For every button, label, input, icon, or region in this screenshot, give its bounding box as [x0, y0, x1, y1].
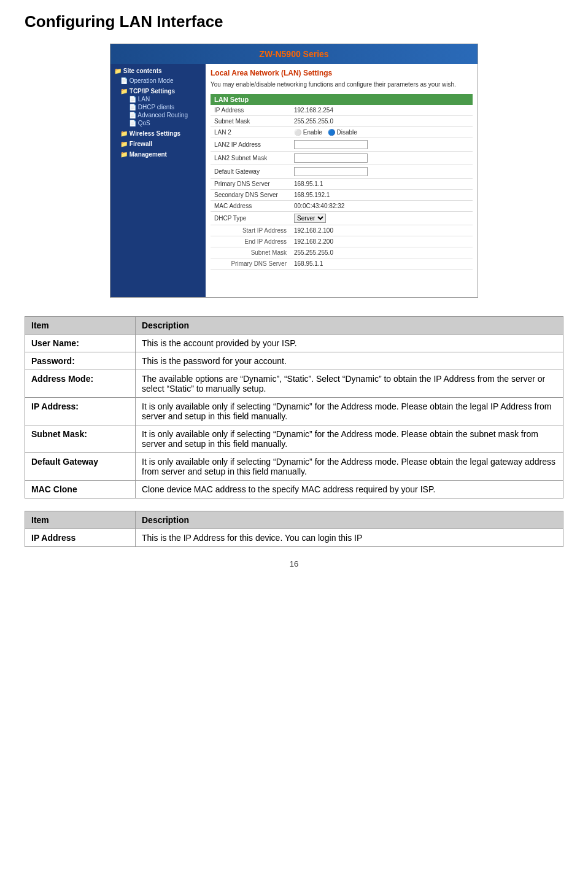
desc-cell: This is the IP Address for this device. …: [136, 529, 563, 547]
field-label: Subnet Mask: [211, 247, 290, 258]
sidebar-item-qos: 📄 QoS: [129, 119, 202, 127]
table-row: Primary DNS Server 168.95.1.1: [211, 258, 473, 270]
item-cell: IP Address:: [25, 398, 136, 425]
table-row: IP Address 192.168.2.254: [211, 105, 473, 116]
folder-icon: 📁: [114, 68, 122, 74]
sidebar-item-advanced-routing: 📄 Advanced Routing: [129, 111, 202, 119]
page-icon: 📄: [129, 104, 136, 111]
field-label: LAN 2: [211, 127, 290, 138]
field-value: 00:0C:43:40:82:32: [290, 201, 473, 212]
lan-settings-table: IP Address 192.168.2.254 Subnet Mask 255…: [211, 105, 473, 270]
table-row: LAN2 Subnet Mask: [211, 152, 473, 165]
item-cell: Default Gateway: [25, 453, 136, 481]
field-label: Primary DNS Server: [211, 258, 290, 270]
table-row: Subnet Mask 255.255.255.0: [211, 116, 473, 127]
item-cell: Address Mode:: [25, 370, 136, 398]
folder-icon: 📁: [120, 141, 128, 147]
table-row: MAC Address 00:0C:43:40:82:32: [211, 201, 473, 212]
field-label: MAC Address: [211, 201, 290, 212]
table-row: Start IP Address 192.168.2.100: [211, 225, 473, 236]
lan2-ip-input[interactable]: [294, 140, 368, 149]
page-icon: 📄: [129, 96, 136, 103]
item-cell: MAC Clone: [25, 481, 136, 498]
field-label: Secondary DNS Server: [211, 190, 290, 201]
desc-cell: This is the account provided by your ISP…: [136, 335, 563, 352]
field-label: Subnet Mask: [211, 116, 290, 127]
router-body: 📁 Site contents 📄 Operation Mode 📁 TCP/I…: [110, 64, 478, 297]
sidebar-item-dhcp: 📄 DHCP clients: [129, 103, 202, 111]
desc-cell: The available options are “Dynamic”, “St…: [136, 370, 563, 398]
field-label: LAN2 Subnet Mask: [211, 152, 290, 165]
field-label: End IP Address: [211, 236, 290, 247]
table-row: LAN 2 ⚪ Enable 🔵 Disable: [211, 127, 473, 138]
table-row: Primary DNS Server 168.95.1.1: [211, 179, 473, 190]
page-icon: 📄: [120, 77, 128, 84]
page-number: 16: [25, 559, 563, 568]
table-row: MAC Clone Clone device MAC address to th…: [25, 481, 563, 498]
field-value: 168.95.1.1: [290, 258, 473, 270]
table-row: Secondary DNS Server 168.95.192.1: [211, 190, 473, 201]
table-row: User Name: This is the account provided …: [25, 335, 563, 352]
table-row: Subnet Mask: It is only available only i…: [25, 425, 563, 453]
col-desc-header-2: Description: [136, 511, 563, 529]
router-page-desc: You may enable/disable networking functi…: [211, 81, 473, 88]
router-page-title: Local Area Network (LAN) Settings: [211, 69, 473, 77]
field-value: 192.168.2.254: [290, 105, 473, 116]
router-header: ZW-N5900 Series: [110, 44, 478, 64]
col-desc-header: Description: [136, 317, 563, 335]
table-row: Default Gateway It is only available onl…: [25, 453, 563, 481]
desc-cell: It is only available only if selecting “…: [136, 398, 563, 425]
field-label: IP Address: [211, 105, 290, 116]
radio-disable: 🔵 Disable: [328, 129, 357, 136]
field-value: [290, 138, 473, 152]
sidebar-menu: 📄 Operation Mode 📁 TCP/IP Settings 📄 LAN…: [114, 77, 202, 158]
description-table-2: Item Description IP Address This is the …: [25, 511, 563, 547]
sidebar-item-firewall: 📁 Firewall: [120, 140, 202, 148]
desc-cell: It is only available only if selecting “…: [136, 453, 563, 481]
table-row: IP Address: It is only available only if…: [25, 398, 563, 425]
field-value: ⚪ Enable 🔵 Disable: [290, 127, 473, 138]
table-row: LAN2 IP Address: [211, 138, 473, 152]
page-title: Configuring LAN Interface: [25, 12, 563, 31]
item-cell: Subnet Mask:: [25, 425, 136, 453]
item-cell: User Name:: [25, 335, 136, 352]
field-value: 192.168.2.200: [290, 236, 473, 247]
dhcp-type-select[interactable]: Server None Client: [294, 214, 326, 223]
field-value: 255.255.255.0: [290, 247, 473, 258]
desc-cell: Clone device MAC address to the specify …: [136, 481, 563, 498]
item-cell: IP Address: [25, 529, 136, 547]
folder-icon: 📁: [120, 130, 128, 137]
table-row: Subnet Mask 255.255.255.0: [211, 247, 473, 258]
default-gateway-input[interactable]: [294, 167, 368, 176]
table-row: Address Mode: The available options are …: [25, 370, 563, 398]
router-content: Local Area Network (LAN) Settings You ma…: [206, 64, 478, 297]
field-value: [290, 152, 473, 165]
field-label: DHCP Type: [211, 212, 290, 225]
router-sidebar: 📁 Site contents 📄 Operation Mode 📁 TCP/I…: [110, 64, 206, 297]
table-row: IP Address This is the IP Address for th…: [25, 529, 563, 547]
sidebar-item-operation-mode: 📄 Operation Mode: [120, 77, 202, 85]
desc-cell: It is only available only if selecting “…: [136, 425, 563, 453]
field-value: 168.95.192.1: [290, 190, 473, 201]
table-row: DHCP Type Server None Client: [211, 212, 473, 225]
field-value: [290, 165, 473, 179]
sidebar-item-management: 📁 Management: [120, 150, 202, 158]
field-label: Primary DNS Server: [211, 179, 290, 190]
field-value: Server None Client: [290, 212, 473, 225]
desc-cell: This is the password for your account.: [136, 352, 563, 370]
field-value: 168.95.1.1: [290, 179, 473, 190]
item-cell: Password:: [25, 352, 136, 370]
description-table-1: Item Description User Name: This is the …: [25, 316, 563, 498]
col-item-header: Item: [25, 317, 136, 335]
page-icon: 📄: [129, 112, 136, 118]
field-value: 192.168.2.100: [290, 225, 473, 236]
col-item-header-2: Item: [25, 511, 136, 529]
folder-icon: 📁: [120, 151, 128, 158]
table-row: Password: This is the password for your …: [25, 352, 563, 370]
table-row: End IP Address 192.168.2.200: [211, 236, 473, 247]
router-screenshot: ZW-N5900 Series 📁 Site contents 📄 Operat…: [110, 44, 478, 298]
sidebar-item-lan: 📄 LAN: [129, 95, 202, 103]
lan2-mask-input[interactable]: [294, 153, 368, 163]
table-row: Default Gateway: [211, 165, 473, 179]
field-label: LAN2 IP Address: [211, 138, 290, 152]
